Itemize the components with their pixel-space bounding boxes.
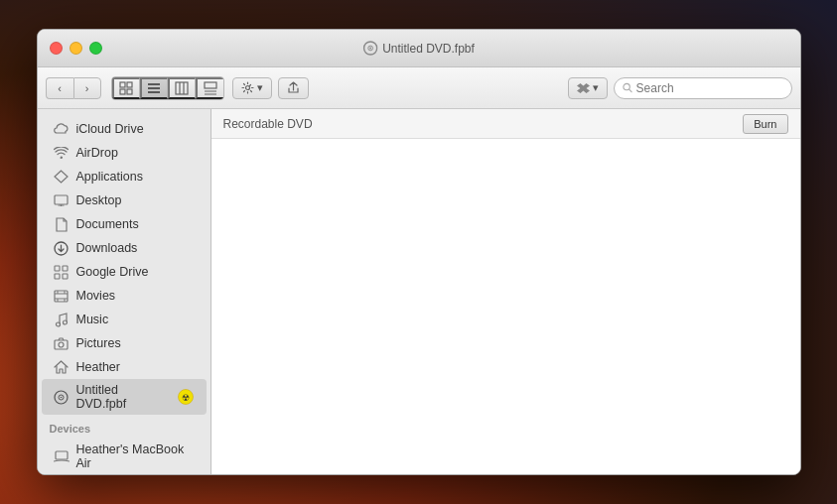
svg-rect-6 xyxy=(127,89,132,94)
svg-point-19 xyxy=(61,157,63,159)
music-icon xyxy=(54,312,70,327)
cover-flow-button[interactable] xyxy=(196,77,223,99)
list-view-icon xyxy=(147,81,161,95)
svg-line-18 xyxy=(628,89,630,91)
icon-view-button[interactable] xyxy=(112,77,140,99)
svg-rect-44 xyxy=(56,451,68,459)
nav-buttons: ‹ › xyxy=(46,77,101,99)
sidebar-item-heather[interactable]: Heather xyxy=(42,355,207,379)
view-options xyxy=(111,76,224,100)
sidebar-item-macbook-air[interactable]: Heather's MacBook Air xyxy=(42,439,207,474)
search-bar[interactable] xyxy=(614,77,792,99)
sidebar-item-label: Untitled DVD.fpbf xyxy=(76,383,170,411)
svg-point-35 xyxy=(57,322,61,326)
svg-point-41 xyxy=(61,396,63,398)
sidebar-item-music[interactable]: Music xyxy=(42,308,207,331)
share-button[interactable] xyxy=(278,77,309,99)
list-view-button[interactable] xyxy=(140,77,168,99)
sidebar-item-label: Heather xyxy=(76,360,120,374)
sidebar-item-documents[interactable]: Documents xyxy=(42,212,207,236)
disc-icon xyxy=(54,389,70,405)
svg-rect-37 xyxy=(55,340,68,349)
svg-text:☢: ☢ xyxy=(182,393,190,403)
svg-rect-4 xyxy=(127,82,132,87)
column-view-icon xyxy=(175,81,189,95)
maximize-button[interactable] xyxy=(89,42,102,55)
icon-view-icon xyxy=(119,81,133,95)
svg-rect-24 xyxy=(55,266,60,271)
sidebar-item-label: Heather's MacBook Air xyxy=(76,442,195,470)
devices-section-label: Devices xyxy=(38,415,210,439)
traffic-lights xyxy=(38,42,102,55)
dropbox-icon xyxy=(577,81,590,94)
svg-rect-25 xyxy=(63,266,68,271)
svg-rect-20 xyxy=(55,195,68,204)
svg-rect-3 xyxy=(120,82,125,87)
search-input[interactable] xyxy=(636,81,783,95)
apps-icon xyxy=(54,169,70,185)
sidebar-item-icloud-drive[interactable]: iCloud Drive xyxy=(42,117,207,141)
camera-icon xyxy=(54,335,70,351)
desktop-icon xyxy=(54,192,70,208)
content-body xyxy=(211,139,800,474)
burn-badge: ☢ xyxy=(177,388,195,406)
back-button[interactable]: ‹ xyxy=(46,77,73,99)
forward-icon: › xyxy=(85,82,89,94)
wifi-icon xyxy=(54,145,70,161)
dropbox-dropdown-icon: ▾ xyxy=(593,81,599,94)
svg-point-36 xyxy=(64,320,68,324)
back-icon: ‹ xyxy=(58,82,62,94)
doc-icon xyxy=(54,216,70,232)
burn-button[interactable]: Burn xyxy=(743,114,787,134)
svg-rect-27 xyxy=(63,274,68,279)
column-view-button[interactable] xyxy=(168,77,196,99)
sidebar-item-label: Downloads xyxy=(76,241,138,255)
svg-point-2 xyxy=(369,48,371,50)
sidebar-item-airdrop[interactable]: AirDrop xyxy=(42,141,207,165)
svg-point-16 xyxy=(245,86,249,90)
sidebar-item-applications[interactable]: Applications xyxy=(42,165,207,189)
sidebar-item-label: Google Drive xyxy=(76,265,149,279)
sidebar-item-movies[interactable]: Movies xyxy=(42,284,207,308)
sidebar-item-google-drive[interactable]: Google Drive xyxy=(42,260,207,284)
disc-title-icon xyxy=(362,41,377,56)
sidebar-item-downloads[interactable]: Downloads xyxy=(42,236,207,260)
sidebar-item-pictures[interactable]: Pictures xyxy=(42,331,207,355)
share-icon xyxy=(287,81,300,94)
cover-flow-icon xyxy=(204,81,217,95)
sidebar-item-label: Applications xyxy=(76,170,143,184)
svg-point-38 xyxy=(59,342,64,347)
svg-point-17 xyxy=(623,83,628,89)
close-button[interactable] xyxy=(50,42,63,55)
sidebar-item-desktop[interactable]: Desktop xyxy=(42,189,207,212)
svg-rect-13 xyxy=(205,82,216,88)
forward-button[interactable]: › xyxy=(73,77,101,99)
action-button[interactable]: ▾ xyxy=(232,77,272,99)
sidebar-item-label: Pictures xyxy=(76,336,121,350)
content-area: Recordable DVD Burn xyxy=(211,109,800,474)
recordable-dvd-label: Recordable DVD xyxy=(223,117,736,131)
gear-icon xyxy=(241,81,254,94)
sidebar: iCloud Drive AirDrop xyxy=(38,109,211,474)
finder-window: Untitled DVD.fpbf ‹ › xyxy=(37,29,801,475)
sidebar-item-label: Movies xyxy=(76,289,116,303)
sidebar-item-label: Documents xyxy=(76,217,139,231)
gear-dropdown-icon: ▾ xyxy=(257,81,263,94)
content-header: Recordable DVD Burn xyxy=(211,109,800,139)
film-icon xyxy=(54,288,70,304)
title-bar: Untitled DVD.fpbf xyxy=(38,30,800,67)
dropbox-button[interactable]: ▾ xyxy=(568,77,608,99)
sidebar-item-label: Desktop xyxy=(76,193,122,207)
cloud-icon xyxy=(54,121,70,137)
svg-rect-26 xyxy=(55,274,60,279)
svg-rect-12 xyxy=(176,82,188,94)
sidebar-item-untitled-dvd[interactable]: Untitled DVD.fpbf ☢ xyxy=(42,379,207,415)
sidebar-item-label: iCloud Drive xyxy=(76,122,144,136)
home-icon xyxy=(54,359,70,375)
window-title-area: Untitled DVD.fpbf xyxy=(362,41,475,56)
minimize-button[interactable] xyxy=(70,42,82,55)
toolbar: ‹ › xyxy=(38,67,800,109)
sidebar-item-label: AirDrop xyxy=(76,146,118,160)
svg-rect-28 xyxy=(55,291,68,302)
window-title: Untitled DVD.fpbf xyxy=(382,42,475,56)
